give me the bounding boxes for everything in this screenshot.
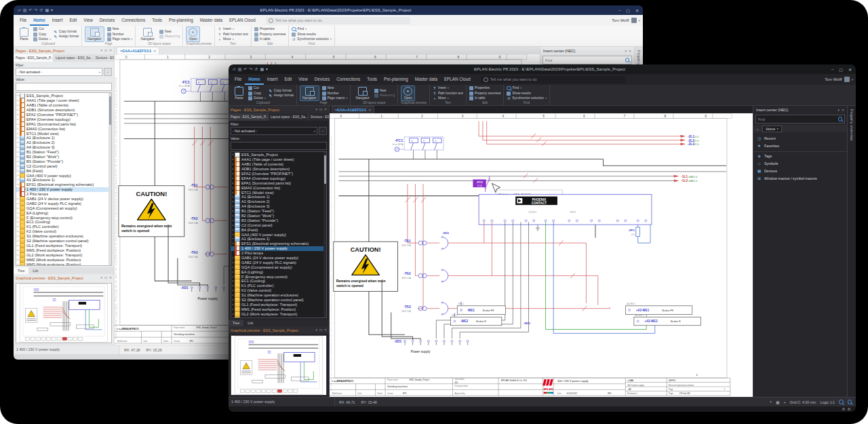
find-button[interactable]: Find▾ bbox=[292, 27, 332, 32]
insert-center-item[interactable]: ◷ Recent bbox=[753, 134, 847, 142]
tree-item[interactable]: ▸ AAA1 (Title page / cover sheet) bbox=[16, 98, 111, 103]
quick-access-icon[interactable]: ▦ bbox=[45, 5, 49, 15]
navigator-tab[interactable]: Pages - ESS_Sample_P... bbox=[229, 113, 269, 121]
navigator-tab[interactable]: Devices - ESS_Sample_... bbox=[94, 54, 114, 62]
quick-access-icon[interactable]: ↺ bbox=[254, 64, 258, 74]
insert-center-header[interactable]: Insert center (NEC) ▾✕ bbox=[753, 106, 847, 114]
quick-access-icon[interactable]: ↶ bbox=[243, 64, 247, 74]
tree-item[interactable]: ▸ B4 (Field) bbox=[16, 168, 111, 173]
tree-item[interactable]: ▸ B1 (Station "Feed") bbox=[231, 209, 326, 214]
assign-format-button[interactable]: ✎Assign format bbox=[269, 94, 294, 98]
ribbon-tab[interactable]: Edit bbox=[66, 15, 80, 26]
insert-center-item[interactable]: ★ Favorites bbox=[753, 142, 847, 149]
in-table-button[interactable]: In table bbox=[469, 96, 500, 100]
tree-item[interactable]: ▸ GAB1 (24 V device power supply) bbox=[16, 197, 111, 201]
properties-button[interactable]: Properties bbox=[469, 86, 500, 90]
tree-item[interactable]: ▸ EPA1 (Summarized parts list) bbox=[231, 180, 326, 185]
ribbon-tab[interactable]: Edit bbox=[281, 74, 295, 85]
user-account[interactable]: Tom Wolff ▾ bbox=[612, 18, 640, 23]
tree-item[interactable]: ▸ B3 (Station "Provide") bbox=[231, 218, 326, 223]
show-results-button[interactable]: Show results bbox=[292, 33, 332, 37]
pin-icon[interactable]: ⊡ bbox=[104, 49, 107, 52]
tree-item[interactable]: ▸ ETC1 (Model view) bbox=[16, 131, 111, 136]
page-number-button[interactable]: Number bbox=[107, 33, 133, 37]
copy-format-button[interactable]: ✎Copy format bbox=[269, 89, 294, 93]
filter-more-button[interactable]: ... bbox=[319, 127, 327, 135]
ribbon-tab[interactable]: View bbox=[80, 15, 96, 26]
ribbon-tab[interactable]: Pre-planning bbox=[380, 74, 412, 85]
ribbon-tab[interactable]: View bbox=[295, 74, 311, 85]
quick-access-icon[interactable]: ▱ bbox=[18, 5, 21, 15]
show-results-button[interactable]: Show results bbox=[507, 92, 547, 96]
ribbon-tab[interactable]: Devices bbox=[311, 74, 333, 85]
tree-item[interactable]: ▸ ADB1 (Structure description) bbox=[16, 108, 111, 113]
move-button[interactable]: +Move▾ bbox=[433, 96, 463, 100]
value-input[interactable] bbox=[16, 83, 112, 91]
find-button[interactable]: Find▾ bbox=[507, 86, 547, 91]
tree-item[interactable]: ▸ C2 (Control panel) bbox=[16, 163, 111, 168]
ribbon-tab[interactable]: Connections bbox=[333, 74, 363, 85]
tree-item[interactable]: ▸ AAB1 (Table of contents) bbox=[231, 162, 326, 167]
paste-button[interactable]: Paste bbox=[233, 85, 245, 101]
tray-icon[interactable] bbox=[842, 408, 845, 410]
tree-item[interactable]: ▸ EC1 (Cooling) bbox=[231, 279, 326, 284]
tree-item[interactable]: ▸ A2 (Enclosure 2) bbox=[231, 199, 326, 204]
tree-item[interactable]: ▸ K1 (PLC controller) bbox=[16, 225, 111, 229]
tree-list-tab[interactable]: Tree bbox=[14, 267, 28, 274]
back-arrow-icon[interactable]: ← bbox=[756, 127, 760, 131]
value-input[interactable] bbox=[231, 142, 327, 150]
tree-item[interactable]: ▸ S2 (Machine operation control panel) bbox=[16, 239, 111, 244]
plus-icon[interactable]: + bbox=[783, 400, 785, 404]
3d-navigator-button[interactable]: Navigator bbox=[138, 26, 157, 42]
page-new-button[interactable]: New bbox=[322, 86, 348, 90]
tree-item[interactable]: 1 400 / 230 V power supply bbox=[16, 187, 111, 192]
tree-item[interactable]: ▸ A4 (Enclosure 3) bbox=[231, 204, 326, 209]
ribbon-tab[interactable]: Home bbox=[30, 15, 49, 26]
insert-center-item[interactable]: ⊞ Window macros / symbol macros bbox=[753, 174, 847, 182]
tree-item[interactable]: ▸ K2 (Valve control) bbox=[16, 229, 111, 234]
3d-new-button[interactable]: New bbox=[374, 89, 395, 93]
ribbon-tab[interactable]: File bbox=[16, 15, 30, 26]
tree-item[interactable]: ▸ MM1 (Feed workpiece: Position) bbox=[231, 307, 326, 311]
tree-item[interactable]: ▸ A2 (Enclosure 2) bbox=[16, 140, 111, 145]
tree-item[interactable]: ▸ EFA2 (Overview "PROFINET") bbox=[16, 113, 111, 117]
tree-scrollbar[interactable] bbox=[323, 152, 326, 317]
schematic-canvas[interactable]: 0 1 2 3 4 5 6 7 8 9 Protected by copyrig… bbox=[330, 113, 753, 397]
ribbon-tab[interactable]: Tools bbox=[363, 74, 380, 85]
move-button[interactable]: +Move▾ bbox=[218, 37, 248, 41]
close-icon[interactable]: ✕ bbox=[324, 108, 327, 111]
chevron-down-icon[interactable]: ▾ bbox=[101, 49, 102, 52]
tree-item[interactable]: ▸ GL1 (Feed workpiece: Transport) bbox=[16, 244, 111, 248]
tree-item[interactable]: ▾ GAA (400 V power supply) bbox=[16, 173, 111, 178]
tree-item[interactable]: 2 Pilot lamps bbox=[16, 192, 111, 197]
chevron-down-icon[interactable]: ▾ bbox=[316, 328, 317, 332]
cross-reference[interactable]: < =+BMA&EPA1/1 bbox=[117, 327, 140, 330]
tree-item[interactable]: ▸ EFA4 (Overview topology) bbox=[231, 176, 326, 180]
preview-open-button[interactable]: Open bbox=[401, 85, 415, 101]
snap-icon[interactable]: ⌖ bbox=[770, 400, 772, 404]
tell-me-search[interactable]: Tell me what you want to do bbox=[481, 76, 625, 83]
cut-button[interactable]: Cut bbox=[33, 27, 51, 31]
maximize-icon[interactable]: ▢ bbox=[839, 67, 843, 72]
close-icon[interactable]: ✕ bbox=[368, 109, 371, 112]
insert-center-item[interactable]: ◈ Tags bbox=[753, 151, 847, 159]
cut-button[interactable]: Cut bbox=[248, 86, 266, 90]
quick-access-icon[interactable]: ▱ bbox=[233, 64, 236, 74]
tree-item[interactable]: ▸ C2 (Control panel) bbox=[231, 223, 326, 227]
page-macro-button[interactable]: Page macro▾ bbox=[322, 96, 348, 100]
close-icon[interactable]: ✕ bbox=[153, 50, 156, 53]
tree-item[interactable]: ▸ GQA (Compressed air supply) bbox=[231, 265, 326, 269]
document-tab[interactable]: =GAA+A1&EFS1/1 ✕ bbox=[117, 47, 159, 54]
tree-item[interactable]: ▸ A1 (Enclosure 1) bbox=[231, 195, 326, 199]
ribbon-tab[interactable]: EPLAN Cloud bbox=[226, 15, 259, 26]
tree-item[interactable]: ▸ S1 (Machine operation enclosure) bbox=[16, 234, 111, 239]
delete-button[interactable]: Delete▾ bbox=[33, 37, 51, 41]
tree-item[interactable]: ▾ A1 (Enclosure 1) bbox=[231, 237, 326, 242]
tree-item[interactable]: ▸ EFA2 (Overview "PROFINET") bbox=[231, 172, 326, 176]
pin-icon[interactable]: ⊡ bbox=[319, 328, 322, 332]
tree-item[interactable]: ▸ MM3 (Work workpiece: Position) bbox=[16, 262, 111, 266]
maximize-icon[interactable]: ▢ bbox=[626, 8, 630, 13]
quick-access-icon[interactable]: ▥ bbox=[23, 5, 27, 15]
tree-item[interactable]: ▸ S2 (Machine operation control panel) bbox=[231, 298, 326, 303]
ribbon-tab[interactable]: Insert bbox=[49, 15, 66, 26]
